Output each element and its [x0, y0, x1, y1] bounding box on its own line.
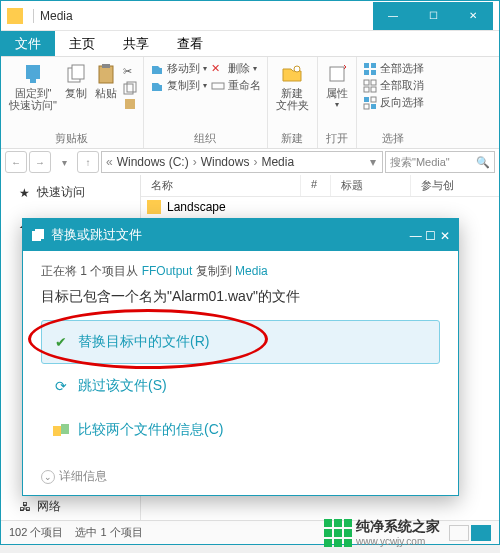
option-replace[interactable]: ✔ 替换目标中的文件(R) — [41, 320, 440, 364]
chevron-down-icon: ⌄ — [41, 470, 55, 484]
rename-button[interactable]: 重命名 — [211, 78, 261, 93]
minimize-button[interactable]: — — [373, 2, 413, 30]
copy-button[interactable]: 复制 — [63, 61, 89, 113]
dialog-body: 正在将 1 个项目从 FFOutput 复制到 Media 目标已包含一个名为"… — [23, 251, 458, 464]
moveto-button[interactable]: 移动到▾ — [150, 61, 207, 76]
column-headers: 名称 # 标题 参与创 — [141, 175, 499, 197]
svg-rect-26 — [53, 426, 61, 436]
group-label: 打开 — [326, 131, 348, 146]
dialog-subtitle: 正在将 1 个项目从 FFOutput 复制到 Media — [41, 263, 440, 280]
close-button[interactable]: ✕ — [453, 2, 493, 30]
forward-button[interactable]: → — [29, 151, 51, 173]
svg-rect-3 — [72, 65, 84, 79]
group-label: 新建 — [281, 131, 303, 146]
check-icon: ✔ — [52, 333, 70, 351]
svg-rect-20 — [364, 97, 369, 102]
tab-share[interactable]: 共享 — [109, 31, 163, 56]
svg-rect-21 — [371, 104, 376, 109]
svg-rect-9 — [212, 83, 224, 89]
more-details[interactable]: ⌄ 详细信息 — [41, 468, 107, 485]
watermark-brand: 纯净系统之家 — [356, 518, 440, 534]
svg-rect-18 — [364, 87, 369, 92]
option-compare[interactable]: 比较两个文件的信息(C) — [41, 408, 440, 452]
svg-rect-23 — [364, 104, 369, 109]
view-details-button[interactable] — [449, 525, 469, 541]
selected-count: 选中 1 个项目 — [75, 525, 142, 540]
compare-icon — [52, 421, 70, 439]
properties-button[interactable]: 属性▾ — [324, 61, 350, 112]
copy-icon — [31, 228, 45, 242]
maximize-button[interactable]: ☐ — [413, 2, 453, 30]
svg-rect-16 — [364, 80, 369, 85]
group-label: 选择 — [382, 131, 404, 146]
svg-rect-1 — [30, 79, 36, 83]
svg-rect-13 — [371, 63, 376, 68]
group-label: 剪贴板 — [55, 131, 88, 146]
tab-home[interactable]: 主页 — [55, 31, 109, 56]
tab-view[interactable]: 查看 — [163, 31, 217, 56]
replace-dialog: 替换或跳过文件 — ☐ ✕ 正在将 1 个项目从 FFOutput 复制到 Me… — [22, 218, 459, 496]
ribbon: 固定到" 快速访问" 复制 粘贴 ✂ 剪贴板 移动到▾ 复制到▾ ✕删除▾ — [1, 57, 499, 149]
separator — [33, 9, 34, 23]
delete-button[interactable]: ✕删除▾ — [211, 61, 257, 76]
option-skip[interactable]: ⟳ 跳过该文件(S) — [41, 364, 440, 408]
newfolder-button[interactable]: 新建 文件夹 — [274, 61, 311, 113]
breadcrumb[interactable]: « Windows (C:)› Windows› Media ▾ — [101, 151, 383, 173]
col-contrib[interactable]: 参与创 — [411, 175, 499, 196]
list-item[interactable]: Landscape — [141, 197, 499, 217]
address-bar: ← → ▾ ↑ « Windows (C:)› Windows› Media ▾… — [1, 149, 499, 175]
search-icon: 🔍 — [476, 156, 490, 169]
paste-button[interactable]: 粘贴 — [93, 61, 119, 113]
ribbon-tabs: 文件 主页 共享 查看 — [1, 31, 499, 57]
group-clipboard: 固定到" 快速访问" 复制 粘贴 ✂ 剪贴板 — [1, 57, 144, 148]
svg-rect-11 — [330, 67, 344, 81]
svg-rect-25 — [35, 229, 44, 239]
col-num[interactable]: # — [301, 175, 331, 196]
history-button[interactable]: ▾ — [53, 151, 75, 173]
dest-link[interactable]: Media — [235, 264, 268, 278]
selectinvert-button[interactable]: 反向选择 — [363, 95, 424, 110]
copyto-button[interactable]: 复制到▾ — [150, 78, 207, 93]
dialog-maximize-button[interactable]: ☐ — [425, 229, 436, 243]
up-button[interactable]: ↑ — [77, 151, 99, 173]
item-count: 102 个项目 — [9, 525, 63, 540]
dialog-titlebar: 替换或跳过文件 — ☐ ✕ — [23, 219, 458, 251]
dialog-heading: 目标已包含一个名为"Alarm01.wav"的文件 — [41, 288, 440, 306]
sidebar-item-quickaccess[interactable]: ★快速访问 — [1, 181, 140, 204]
selectall-button[interactable]: 全部选择 — [363, 61, 424, 76]
dialog-close-button[interactable]: ✕ — [440, 229, 450, 243]
col-name[interactable]: 名称 — [141, 175, 301, 196]
skip-icon: ⟳ — [52, 377, 70, 395]
group-label: 组织 — [194, 131, 216, 146]
svg-rect-17 — [371, 80, 376, 85]
svg-rect-8 — [125, 99, 135, 109]
svg-rect-15 — [371, 70, 376, 75]
paste-shortcut-button[interactable] — [123, 97, 137, 111]
network-icon: 🖧 — [19, 500, 33, 514]
cut-button[interactable]: ✂ — [123, 65, 137, 79]
svg-rect-22 — [371, 97, 376, 102]
dialog-minimize-button[interactable]: — — [410, 229, 422, 243]
view-icons-button[interactable] — [471, 525, 491, 541]
svg-rect-14 — [364, 70, 369, 75]
selectnone-button[interactable]: 全部取消 — [363, 78, 424, 93]
pin-button[interactable]: 固定到" 快速访问" — [7, 61, 59, 113]
sidebar-item-network[interactable]: 🖧网络 — [1, 495, 140, 518]
window-title: Media — [40, 9, 373, 23]
svg-rect-5 — [102, 64, 110, 68]
search-input[interactable]: 搜索"Media" 🔍 — [385, 151, 495, 173]
tab-file[interactable]: 文件 — [1, 31, 55, 56]
group-select: 全部选择 全部取消 反向选择 选择 — [357, 57, 430, 148]
source-link[interactable]: FFOutput — [142, 264, 193, 278]
svg-rect-0 — [26, 65, 40, 79]
copypath-button[interactable] — [123, 81, 137, 95]
back-button[interactable]: ← — [5, 151, 27, 173]
col-title[interactable]: 标题 — [331, 175, 411, 196]
svg-rect-12 — [364, 63, 369, 68]
svg-rect-27 — [61, 424, 69, 434]
svg-rect-4 — [99, 66, 113, 83]
svg-point-10 — [294, 66, 300, 72]
svg-rect-19 — [371, 87, 376, 92]
search-placeholder: 搜索"Media" — [390, 155, 450, 170]
watermark-logo-icon — [324, 519, 352, 547]
